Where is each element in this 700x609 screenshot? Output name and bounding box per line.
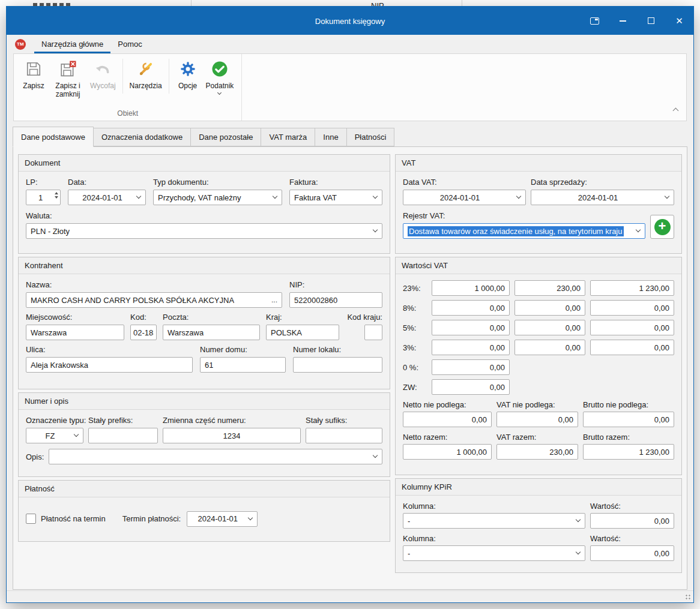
data-vat-combobox[interactable]: 2024-01-01 xyxy=(403,190,526,205)
vat-brutto-input[interactable]: 1 230,00 xyxy=(590,280,674,296)
group-dokument: Dokument LP: 1 xyxy=(18,154,390,254)
ribbon-separator xyxy=(122,59,123,94)
taxpayer-check-icon xyxy=(211,59,229,79)
kod-kraju-input[interactable] xyxy=(364,325,382,340)
vat-netto-input[interactable]: 0,00 xyxy=(432,340,510,355)
staly-prefiks-input[interactable] xyxy=(88,428,158,443)
spinner-up-icon[interactable] xyxy=(55,192,58,194)
miejscowosc-input[interactable]: Warszawa xyxy=(26,325,124,340)
group-caption: Płatność xyxy=(19,481,390,497)
typ-dokumentu-combobox[interactable]: Przychody, VAT należny xyxy=(153,190,282,205)
ribbon: Zapisz Zapisz i zamknij xyxy=(13,53,687,121)
spinner-down-icon[interactable] xyxy=(55,196,58,199)
caption-controls: ✕ xyxy=(581,7,693,35)
oznaczenie-typu-combobox[interactable]: FZ xyxy=(26,428,83,443)
tab-inne[interactable]: Inne xyxy=(315,128,346,146)
zmienna-czesc-numeru-label: Zmienna część numeru: xyxy=(163,416,301,425)
brutto-razem-input[interactable]: 1 230,00 xyxy=(583,444,674,460)
kod-input[interactable]: 02-183 xyxy=(130,325,157,340)
oznaczenie-typu-label: Oznaczenie typu: xyxy=(26,416,83,425)
brutto-razem-label: Brutto razem: xyxy=(583,433,674,442)
vat-kwota-input[interactable]: 230,00 xyxy=(514,280,585,296)
kolumna-combobox[interactable]: - xyxy=(403,513,585,529)
minimize-button[interactable] xyxy=(609,7,637,35)
rejestr-vat-combobox[interactable]: Dostawa towarów oraz świadczenie usług, … xyxy=(403,223,645,239)
wartosc-input[interactable]: 0,00 xyxy=(590,513,674,529)
close-button[interactable]: ✕ xyxy=(665,7,693,35)
group-caption: Dokument xyxy=(19,155,390,172)
menu-tab-pomoc[interactable]: Pomoc xyxy=(110,35,149,53)
spinner-arrows[interactable] xyxy=(55,192,58,199)
numer-lokalu-input[interactable] xyxy=(293,357,382,373)
vat-netto-input[interactable]: 0,00 xyxy=(432,379,510,395)
chevron-down-icon xyxy=(273,194,277,199)
data-sprzedazy-combobox[interactable]: 2024-01-01 xyxy=(531,190,674,205)
netto-nie-podlega-input[interactable]: 0,00 xyxy=(403,412,492,427)
chevron-down-icon xyxy=(373,227,378,232)
group-caption: Wartości VAT xyxy=(396,257,681,274)
staly-sufiks-input[interactable] xyxy=(306,428,382,443)
minimize-icon xyxy=(620,20,626,22)
group-caption: Kolumny KPiR xyxy=(396,479,681,496)
chevron-down-icon xyxy=(636,227,641,232)
chevron-down-icon xyxy=(576,517,581,522)
kraj-label: Kraj: xyxy=(266,313,339,322)
taxpayer-button[interactable]: Podatnik xyxy=(203,56,237,100)
tab-dane-pozostale[interactable]: Dane pozostałe xyxy=(191,128,261,146)
numer-domu-input[interactable]: 61 xyxy=(200,357,286,373)
faktura-combobox[interactable]: Faktura VAT xyxy=(289,190,382,205)
vat-rate-row: 3%: 0,00 0,00 0,00 xyxy=(403,340,674,355)
maximize-button[interactable] xyxy=(637,7,665,35)
vat-brutto-input[interactable]: 0,00 xyxy=(590,300,674,316)
wartosc-input[interactable]: 0,00 xyxy=(590,545,674,561)
vat-razem-input[interactable]: 230,00 xyxy=(496,444,578,460)
vat-nie-podlega-input[interactable]: 0,00 xyxy=(496,412,578,427)
tab-platnosci[interactable]: Płatności xyxy=(347,128,395,146)
window-layout-button[interactable] xyxy=(581,7,609,35)
menu-tab-narzedzia-glowne[interactable]: Narzędzia główne xyxy=(34,35,110,53)
save-button[interactable]: Zapisz xyxy=(19,56,49,100)
netto-razem-input[interactable]: 1 000,00 xyxy=(403,444,492,460)
browse-contractor-button[interactable]: ... xyxy=(268,296,277,304)
resize-grip[interactable] xyxy=(684,593,691,600)
nazwa-input[interactable]: MAKRO CASH AND CARRY POLSKA SPÓŁKA AKCYJ… xyxy=(26,292,282,308)
tab-dane-podstawowe[interactable]: Dane podstawowe xyxy=(13,127,94,147)
zmienna-czesc-numeru-input[interactable]: 1234 xyxy=(163,428,301,443)
brutto-nie-podlega-input[interactable]: 0,00 xyxy=(583,412,674,427)
vat-rate-label: ZW: xyxy=(403,383,432,392)
options-button[interactable]: Opcje xyxy=(173,56,203,100)
kolumna-combobox[interactable]: - xyxy=(403,545,585,561)
termin-platnosci-combobox[interactable]: 2024-01-01 xyxy=(187,511,258,527)
vat-brutto-input[interactable]: 0,00 xyxy=(590,320,674,335)
ribbon-collapse-button[interactable] xyxy=(674,106,678,115)
data-sprzedazy-label: Data sprzedaży: xyxy=(531,178,674,187)
vat-netto-input[interactable]: 0,00 xyxy=(432,300,510,316)
platnosc-na-termin-checkbox[interactable] xyxy=(26,514,36,524)
vat-kwota-input[interactable]: 0,00 xyxy=(514,340,585,355)
lp-spinner[interactable]: 1 xyxy=(26,190,61,205)
vat-brutto-input[interactable]: 0,00 xyxy=(590,340,674,355)
tools-button[interactable]: Narzędzia xyxy=(127,56,165,100)
titlebar[interactable]: Dokument księgowy ✕ xyxy=(7,7,693,35)
group-caption: VAT xyxy=(396,155,681,172)
nip-input[interactable]: 5220002860 xyxy=(289,292,382,308)
opis-combobox[interactable] xyxy=(49,449,382,464)
vat-netto-input[interactable]: 1 000,00 xyxy=(432,280,510,296)
app-logo[interactable]: TM xyxy=(15,39,26,50)
group-numer-i-opis: Numer i opis Oznaczenie typu: FZ Stały p… xyxy=(18,392,390,477)
tab-vat-marza[interactable]: VAT marża xyxy=(261,128,315,146)
vat-netto-input[interactable]: 0,00 xyxy=(432,320,510,335)
vat-netto-input[interactable]: 0,00 xyxy=(432,359,510,375)
vat-kwota-input[interactable]: 0,00 xyxy=(514,320,585,335)
numer-domu-label: Numer domu: xyxy=(200,345,286,354)
tab-oznaczenia-dodatkowe[interactable]: Oznaczenia dodatkowe xyxy=(94,128,191,146)
waluta-combobox[interactable]: PLN - Złoty xyxy=(26,223,382,239)
vat-kwota-input[interactable]: 0,00 xyxy=(514,300,585,316)
add-vat-register-button[interactable]: + xyxy=(650,215,674,239)
kraj-input[interactable]: POLSKA xyxy=(266,325,339,340)
ulica-input[interactable]: Aleja Krakowska xyxy=(26,357,193,373)
save-and-close-button[interactable]: Zapisz i zamknij xyxy=(49,56,87,100)
poczta-input[interactable]: Warszawa xyxy=(163,325,260,340)
data-combobox[interactable]: 2024-01-01 xyxy=(68,190,146,205)
vat-rate-row: ZW: 0,00 xyxy=(403,379,674,395)
